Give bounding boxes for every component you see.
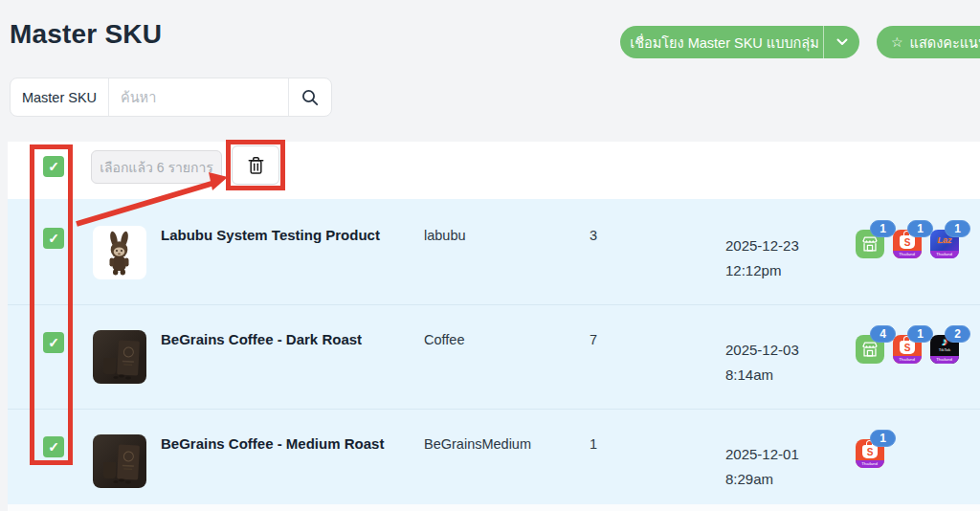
listing-count-badge: 1: [907, 220, 933, 237]
row-checkbox[interactable]: ✓: [43, 332, 64, 353]
shopee-bag-icon: S: [862, 445, 878, 458]
region-ribbon: Thailand: [930, 356, 959, 364]
table-edge: [8, 504, 980, 511]
bulk-link-button-label: เชื่อมโยง Master SKU แบบกลุ่ม: [620, 32, 823, 54]
time-value: 8:14am: [725, 363, 840, 388]
product-date: 2025-12-01 8:29am: [725, 442, 840, 492]
listing-count-badge: 1: [907, 325, 933, 343]
region-ribbon: Thailand: [893, 356, 922, 364]
show-score-button[interactable]: ☆ แสดงคะแนน: [877, 26, 980, 58]
date-value: 2025-12-23: [725, 233, 840, 258]
channel-icon-shopee[interactable]: S Thailand 1: [856, 439, 884, 468]
product-qty: 3: [590, 228, 647, 243]
star-icon: ☆: [891, 35, 903, 49]
date-value: 2025-12-01: [725, 442, 840, 467]
score-button-label: แสดงคะแนน: [910, 32, 980, 54]
selected-count-button[interactable]: เลือกแล้ว 6 รายการ: [91, 150, 222, 184]
select-all-checkbox[interactable]: ✓: [43, 156, 64, 177]
product-qty: 7: [590, 332, 647, 347]
time-value: 12:12pm: [725, 258, 840, 283]
listing-count-badge: 4: [870, 325, 896, 343]
product-name: Labubu System Testing Product: [161, 227, 414, 243]
page-title: Master SKU: [10, 19, 162, 50]
search-bar: Master SKU: [10, 78, 332, 117]
product-name: BeGrains Coffee - Dark Roast: [161, 331, 414, 347]
listing-count-badge: 1: [945, 220, 970, 237]
channel-icon-tiktok[interactable]: ♪ TikTok Thailand 2: [930, 335, 959, 364]
channel-icon-shopee[interactable]: S Thailand 1: [893, 335, 922, 364]
time-value: 8:29am: [725, 467, 840, 492]
product-date: 2025-12-23 12:12pm: [725, 233, 840, 283]
shopee-bag-icon: S: [900, 341, 915, 354]
chevron-down-icon[interactable]: [824, 38, 859, 46]
listing-count-badge: 1: [870, 220, 896, 237]
search-icon: [301, 88, 320, 107]
product-image-coffee-dark: [93, 330, 146, 384]
product-date: 2025-12-03 8:14am: [725, 338, 840, 388]
search-button[interactable]: [289, 78, 331, 116]
product-image-labubu: [93, 226, 146, 279]
region-ribbon: Thailand: [893, 251, 922, 258]
row-checkbox[interactable]: ✓: [43, 228, 64, 249]
bulk-link-master-sku-button[interactable]: เชื่อมโยง Master SKU แบบกลุ่ม: [620, 26, 859, 58]
product-sku: BeGrainsMedium: [424, 436, 577, 452]
date-value: 2025-12-03: [725, 338, 840, 363]
product-name: BeGrains Coffee - Medium Roast: [161, 435, 414, 452]
listing-count-badge: 2: [945, 325, 970, 343]
region-ribbon: Thailand: [856, 460, 884, 468]
channel-icon-shopee[interactable]: S Thailand 1: [893, 230, 922, 258]
delete-selected-button[interactable]: [232, 145, 279, 185]
channel-icon-lazada[interactable]: Laz Thailand 1: [930, 230, 959, 258]
channel-icon-store[interactable]: 1: [856, 230, 884, 258]
product-sku: labubu: [424, 228, 577, 243]
search-scope-selector[interactable]: Master SKU: [11, 90, 108, 105]
region-ribbon: Thailand: [930, 251, 959, 258]
tiktok-logo: TikTok: [934, 348, 955, 352]
product-qty: 1: [590, 436, 647, 452]
trash-icon: [248, 156, 264, 175]
row-checkbox[interactable]: ✓: [43, 436, 64, 457]
shopee-bag-icon: S: [900, 235, 915, 249]
search-input[interactable]: [109, 90, 288, 105]
product-sku: Coffee: [424, 332, 577, 347]
channel-icon-store[interactable]: 4: [856, 335, 884, 364]
product-image-coffee-medium: [93, 434, 146, 488]
listing-count-badge: 1: [870, 430, 896, 447]
